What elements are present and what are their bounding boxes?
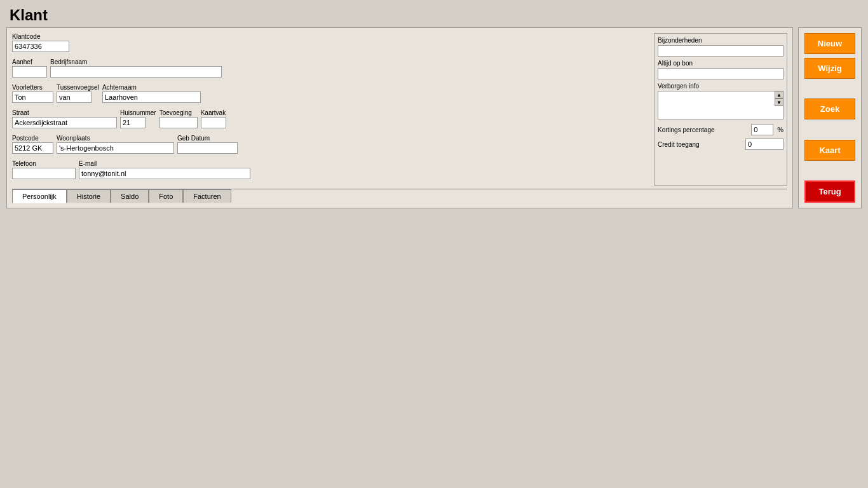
bijzonderheden-input[interactable] (658, 45, 783, 57)
klantcode-input[interactable] (12, 41, 69, 52)
tab-facturen[interactable]: Facturen (183, 189, 231, 203)
aanhef-label: Aanhef (12, 58, 47, 65)
verborgen-info-input[interactable] (658, 91, 783, 119)
gebdatum-input[interactable] (177, 142, 238, 154)
scroll-up-arrow[interactable]: ▲ (775, 91, 783, 98)
achternaam-label: Achternaam (102, 84, 201, 91)
tussenvoegsel-label: Tussenvoegsel (57, 84, 99, 91)
huisnummer-input[interactable] (120, 117, 146, 128)
bedrijfsnaam-input[interactable] (50, 66, 222, 78)
toevoeging-input[interactable] (159, 117, 198, 128)
credit-toegang-input[interactable] (745, 139, 783, 150)
gebdatum-label: Geb Datum (177, 135, 238, 142)
bedrijfsnaam-label: Bedrijfsnaam (50, 58, 222, 65)
page-title: Klant (0, 0, 868, 27)
tab-historie[interactable]: Historie (67, 189, 111, 203)
aanhef-input[interactable] (12, 66, 47, 78)
postcode-label: Postcode (12, 135, 53, 142)
huisnummer-label: Huisnummer (120, 109, 156, 116)
tab-saldo[interactable]: Saldo (111, 189, 149, 203)
telefoon-input[interactable] (12, 168, 76, 179)
tussenvoegsel-input[interactable] (57, 92, 92, 103)
kaartvak-input[interactable] (201, 117, 226, 128)
altijd-op-bon-label: Altijd op bon (658, 60, 783, 67)
telefoon-label: Telefoon (12, 160, 76, 167)
voorletters-input[interactable] (12, 92, 53, 103)
tab-persoonlijk[interactable]: Persoonlijk (12, 189, 67, 203)
toevoeging-label: Toevoeging (159, 109, 198, 116)
postcode-input[interactable] (12, 142, 53, 154)
kortings-label: Kortings percentage (658, 126, 749, 133)
email-label: E-mail (79, 160, 250, 167)
straat-input[interactable] (12, 117, 117, 128)
bijzonderheden-label: Bijzonderheden (658, 37, 783, 44)
altijd-op-bon-input[interactable] (658, 68, 783, 79)
nieuw-button[interactable]: Nieuw (804, 33, 855, 54)
achternaam-input[interactable] (102, 92, 201, 103)
kortings-input[interactable] (751, 124, 773, 135)
email-input[interactable] (79, 168, 250, 179)
scroll-down-arrow[interactable]: ▼ (775, 98, 783, 106)
woonplaats-input[interactable] (57, 142, 174, 154)
tabs-row: Persoonlijk Historie Saldo Foto Facturen (12, 189, 787, 203)
klantcode-label: Klantcode (12, 33, 69, 40)
terug-button[interactable]: Terug (804, 180, 855, 203)
voorletters-label: Voorletters (12, 84, 53, 91)
zoek-button[interactable]: Zoek (804, 98, 855, 119)
pct-symbol: % (777, 126, 783, 133)
kaartvak-label: Kaartvak (201, 109, 226, 116)
credit-toegang-label: Credit toegang (658, 141, 743, 148)
verborgen-info-label: Verborgen info (658, 83, 783, 90)
woonplaats-label: Woonplaats (57, 135, 174, 142)
kaart-button[interactable]: Kaart (804, 140, 855, 161)
wijzig-button[interactable]: Wijzig (804, 58, 855, 79)
straat-label: Straat (12, 109, 117, 116)
tab-foto[interactable]: Foto (149, 189, 183, 203)
